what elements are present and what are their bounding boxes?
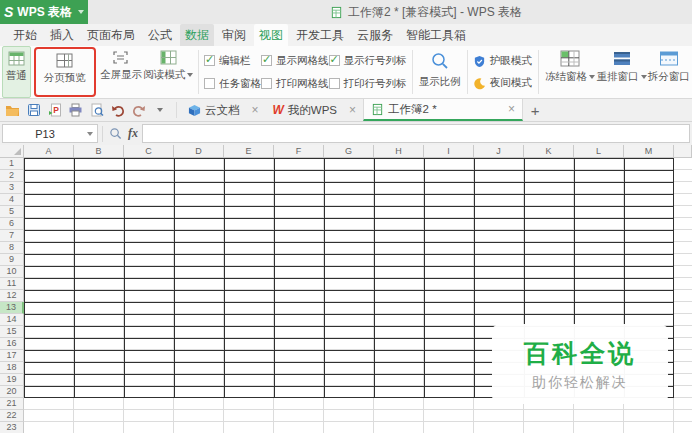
column-header-partial[interactable] (674, 145, 692, 158)
unchecked-checkbox-icon (204, 78, 215, 89)
open-file-button[interactable] (4, 102, 21, 119)
tab-workbook2[interactable]: 工作簿2 * × (363, 99, 523, 121)
row-header-3[interactable]: 3 (0, 182, 24, 194)
fullscreen-button[interactable]: 全屏显示 (99, 46, 143, 98)
row-header-11[interactable]: 11 (0, 278, 24, 290)
select-all-corner[interactable] (0, 145, 24, 158)
tab-view[interactable]: 视图 (254, 24, 288, 46)
edit-bar-checkbox[interactable]: 编辑栏 (204, 54, 261, 68)
print-gridlines-checkbox[interactable]: 打印网格线 (261, 77, 329, 91)
column-header-A[interactable]: A (24, 145, 74, 158)
tab-formulas[interactable]: 公式 (143, 24, 177, 46)
tab-cloud[interactable]: 云服务 (352, 24, 398, 46)
freeze-panes-button[interactable]: 冻结窗格 (544, 46, 596, 98)
tab-home[interactable]: 开始 (8, 24, 42, 46)
column-header-D[interactable]: D (174, 145, 224, 158)
show-gridlines-checkbox[interactable]: 显示网格线 (261, 54, 329, 68)
row-header-4[interactable]: 4 (0, 194, 24, 206)
reading-mode-label: 阅读模式 (143, 68, 193, 82)
grid-cells[interactable]: 百科全说 助你轻松解决 (24, 158, 692, 433)
column-headers: ABCDEFGHIJKLM (24, 145, 692, 158)
print-headings-checkbox[interactable]: 打印行号列标 (329, 77, 407, 91)
row-header-7[interactable]: 7 (0, 230, 24, 242)
column-header-B[interactable]: B (74, 145, 124, 158)
row-header-14[interactable]: 14 (0, 314, 24, 326)
show-headings-checkbox[interactable]: 显示行号列标 (329, 54, 407, 68)
name-box[interactable]: P13 (2, 124, 98, 143)
column-header-M[interactable]: M (624, 145, 674, 158)
column-header-E[interactable]: E (224, 145, 274, 158)
tab-page-layout[interactable]: 页面布局 (82, 24, 140, 46)
column-header-L[interactable]: L (574, 145, 624, 158)
row-header-12[interactable]: 12 (0, 290, 24, 302)
new-tab-button[interactable]: + (523, 99, 547, 121)
print-gridlines-label: 打印网格线 (276, 77, 329, 91)
column-header-C[interactable]: C (124, 145, 174, 158)
chevron-down-icon (87, 132, 93, 136)
night-mode-button[interactable]: 夜间模式 (473, 76, 533, 90)
row-header-8[interactable]: 8 (0, 242, 24, 254)
arrange-windows-button[interactable]: 重排窗口 (596, 46, 648, 98)
column-header-I[interactable]: I (424, 145, 474, 158)
print-icon (68, 103, 83, 117)
row-header-15[interactable]: 15 (0, 326, 24, 338)
cloud-doc-icon (188, 104, 201, 117)
tab-cloud-docs[interactable]: 云文档 × (181, 99, 266, 121)
row-header-16[interactable]: 16 (0, 338, 24, 350)
column-header-G[interactable]: G (324, 145, 374, 158)
toolbar-more-button[interactable] (151, 102, 168, 119)
row-header-5[interactable]: 5 (0, 206, 24, 218)
normal-view-button[interactable]: 普通 (2, 46, 31, 98)
split-window-label: 拆分窗口 (648, 70, 690, 84)
tab-review[interactable]: 审阅 (217, 24, 251, 46)
reading-mode-button[interactable]: 阅读模式 (143, 46, 193, 98)
wps-logo[interactable]: S WPS 表格 (0, 0, 88, 24)
formula-search-button[interactable] (107, 125, 124, 142)
print-button[interactable] (67, 102, 84, 119)
column-header-J[interactable]: J (474, 145, 524, 158)
close-icon[interactable]: × (508, 102, 515, 116)
tab-developer[interactable]: 开发工具 (291, 24, 349, 46)
watermark-subtitle: 助你轻松解决 (532, 374, 628, 392)
export-pdf-button[interactable]: P (46, 102, 63, 119)
row-header-18[interactable]: 18 (0, 362, 24, 374)
row-header-1[interactable]: 1 (0, 158, 24, 170)
row-header-9[interactable]: 9 (0, 254, 24, 266)
freeze-panes-icon (560, 50, 580, 67)
tab-my-wps[interactable]: W 我的WPS × (266, 99, 364, 121)
tab-data[interactable]: 数据 (180, 24, 214, 46)
page-break-preview-button[interactable]: 分页预览 (38, 49, 92, 95)
column-header-K[interactable]: K (524, 145, 574, 158)
task-pane-checkbox[interactable]: 任务窗格 (204, 77, 261, 91)
split-window-button[interactable]: 拆分窗口 (647, 46, 690, 98)
split-window-icon (659, 50, 679, 67)
task-pane-label: 任务窗格 (219, 77, 261, 91)
eye-protection-button[interactable]: 护眼模式 (473, 54, 533, 68)
undo-button[interactable] (109, 102, 126, 119)
redo-button[interactable] (130, 102, 147, 119)
print-preview-button[interactable] (88, 102, 105, 119)
row-header-6[interactable]: 6 (0, 218, 24, 230)
tab-cloud-docs-label: 云文档 (205, 103, 240, 118)
zoom-button[interactable]: 显示比例 (417, 46, 461, 98)
tab-insert[interactable]: 插入 (45, 24, 79, 46)
row-header-20[interactable]: 20 (0, 386, 24, 398)
tab-smart-toolbox[interactable]: 智能工具箱 (401, 24, 471, 46)
row-header-2[interactable]: 2 (0, 170, 24, 182)
row-header-17[interactable]: 17 (0, 350, 24, 362)
row-header-21[interactable]: 21 (0, 398, 24, 410)
formula-input[interactable] (142, 124, 690, 143)
save-button[interactable] (25, 102, 42, 119)
column-header-H[interactable]: H (374, 145, 424, 158)
row-header-19[interactable]: 19 (0, 374, 24, 386)
close-icon[interactable]: × (349, 103, 356, 117)
row-header-23[interactable]: 23 (0, 422, 24, 433)
close-icon[interactable]: × (252, 103, 259, 117)
chevron-down-icon (78, 10, 84, 14)
column-header-F[interactable]: F (274, 145, 324, 158)
row-header-22[interactable]: 22 (0, 410, 24, 422)
highlight-box: 分页预览 (34, 47, 96, 97)
row-header-10[interactable]: 10 (0, 266, 24, 278)
fx-button[interactable]: fx (128, 126, 138, 141)
row-header-13[interactable]: 13 (0, 302, 24, 314)
